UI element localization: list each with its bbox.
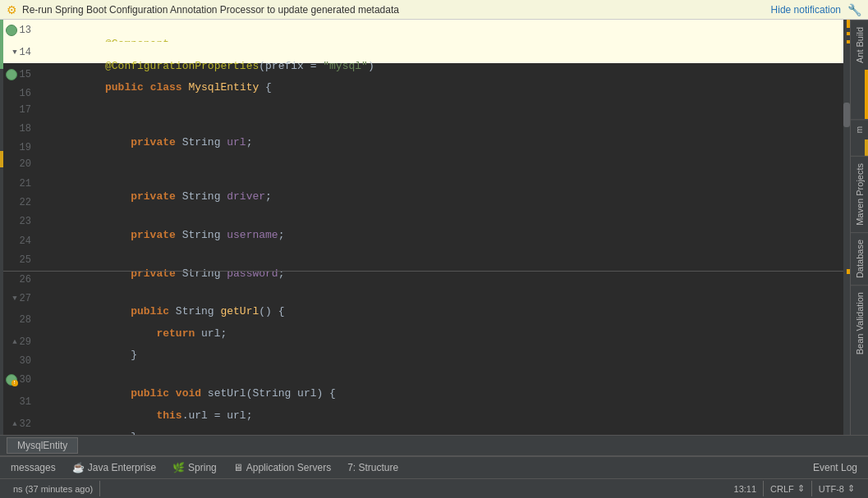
java-enterprise-label: Java Enterprise bbox=[88, 462, 156, 473]
tab-maven-projects[interactable]: Maven Projects bbox=[851, 156, 868, 232]
line-content-22[interactable] bbox=[38, 194, 843, 211]
tab-java-enterprise[interactable]: ☕ Java Enterprise bbox=[65, 459, 163, 477]
code-line-21: 21 private String driver; bbox=[3, 172, 843, 194]
java-enterprise-icon: ☕ bbox=[72, 462, 85, 473]
line-number-33: ▲ 32 bbox=[3, 413, 38, 435]
hide-notification-link[interactable]: Hide notification bbox=[771, 4, 841, 16]
code-line-30: 30 bbox=[3, 353, 843, 369]
messages-label: messages bbox=[11, 462, 56, 473]
code-line-18: 18 private String url; bbox=[3, 118, 843, 140]
notification-text: Re-run Spring Boot Configuration Annotat… bbox=[22, 4, 399, 16]
line-number-15: 15 bbox=[3, 63, 38, 85]
code-line-13: 13 @Component bbox=[3, 20, 843, 42]
line-number-17: 17 bbox=[3, 102, 38, 118]
code-line-23: 23 private String username; bbox=[3, 211, 843, 233]
line-content-28[interactable]: return url; bbox=[38, 309, 843, 331]
notification-bar: ⚙ Re-run Spring Boot Configuration Annot… bbox=[0, 0, 868, 20]
editor-scrollbar[interactable] bbox=[843, 20, 850, 435]
line-number-31: ! 30 bbox=[3, 369, 38, 391]
notification-icon: ⚙ bbox=[7, 3, 17, 16]
encoding-label: UTF-8 bbox=[819, 484, 844, 494]
ant-build-label: Ant Build bbox=[855, 27, 865, 63]
line-endings-arrows: ⇕ bbox=[797, 483, 805, 494]
yellow-strip-2 bbox=[865, 139, 868, 156]
line-content-14[interactable]: @ConfigurationProperties(prefix = "mysql… bbox=[38, 42, 843, 64]
status-position[interactable]: 13:11 bbox=[728, 481, 765, 496]
code-line-26: 26 bbox=[3, 271, 843, 287]
wrench-icon: 🔧 bbox=[847, 3, 861, 16]
line-number-21: 21 bbox=[3, 172, 38, 194]
line-content-21[interactable]: private String driver; bbox=[38, 172, 843, 194]
line-content-16[interactable] bbox=[38, 85, 843, 102]
line-content-17[interactable] bbox=[38, 102, 843, 118]
code-line-31: ! 30 public void setUrl(String url) { bbox=[3, 369, 843, 391]
tab-bean-validation[interactable]: Bean Validation bbox=[851, 285, 868, 361]
git-info-text: ns (37 minutes ago) bbox=[13, 484, 93, 494]
line-number-19: 19 bbox=[3, 139, 38, 156]
line-number-25: 25 bbox=[3, 249, 38, 272]
line-number-14: ▼ 14 bbox=[3, 42, 38, 64]
fold-end-icon-33[interactable]: ▲ bbox=[12, 416, 16, 432]
line-content-31[interactable]: public void setUrl(String url) { bbox=[38, 369, 843, 391]
scroll-thumb[interactable] bbox=[843, 103, 850, 127]
fold-icon-27[interactable]: ▼ bbox=[12, 290, 16, 307]
line-endings: CRLF bbox=[770, 484, 794, 494]
spring-label: Spring bbox=[188, 462, 217, 473]
spring-tab-icon: 🌿 bbox=[172, 462, 185, 473]
code-line-24: 24 bbox=[3, 233, 843, 249]
spring-icon-15 bbox=[6, 69, 17, 80]
status-encoding[interactable]: UTF-8 ⇕ bbox=[812, 481, 861, 496]
code-container: 13 @Component ▼ 14 @ConfigurationPropert… bbox=[3, 20, 843, 435]
code-line-33: ▲ 32 } bbox=[3, 413, 843, 435]
line-content-32[interactable]: this.url = url; bbox=[38, 391, 843, 413]
fold-icon-14[interactable]: ▼ bbox=[12, 44, 16, 61]
line-content-13[interactable]: @Component bbox=[38, 20, 843, 42]
code-line-27: ▼ 27 public String getUrl() { bbox=[3, 287, 843, 309]
line-content-24[interactable] bbox=[38, 233, 843, 249]
line-number-29: ▲ 29 bbox=[3, 331, 38, 353]
spring-warning-icon-31: ! bbox=[6, 374, 17, 386]
database-label: Database bbox=[855, 240, 865, 278]
line-content-27[interactable]: public String getUrl() { bbox=[38, 287, 843, 309]
status-bar: ns (37 minutes ago) 13:11 CRLF ⇕ UTF-8 ⇕ bbox=[0, 478, 868, 498]
application-servers-label: Application Servers bbox=[246, 462, 331, 473]
tab-maven[interactable]: m bbox=[851, 119, 868, 139]
code-line-20: 20 bbox=[3, 156, 843, 172]
line-content-30[interactable] bbox=[38, 353, 843, 369]
file-tab-label[interactable]: MysqlEntity bbox=[7, 437, 78, 454]
tab-ant-build[interactable]: Ant Build bbox=[851, 20, 868, 70]
tab-event-log[interactable]: Event Log bbox=[806, 459, 865, 477]
cursor-position: 13:11 bbox=[734, 484, 757, 494]
line-content-33[interactable]: } bbox=[38, 413, 843, 435]
line-number-20: 20 bbox=[3, 156, 38, 172]
fold-end-icon-29[interactable]: ▲ bbox=[12, 334, 16, 350]
file-tab-bar: MysqlEntity bbox=[0, 435, 868, 455]
tab-messages[interactable]: messages bbox=[3, 459, 63, 477]
line-number-30: 30 bbox=[3, 353, 38, 369]
line-number-32: 31 bbox=[3, 391, 38, 413]
status-crlf[interactable]: CRLF ⇕ bbox=[764, 481, 812, 496]
tab-application-servers[interactable]: 🖥 Application Servers bbox=[226, 459, 338, 477]
line-content-23[interactable]: private String username; bbox=[38, 211, 843, 233]
line-number-16: 16 bbox=[3, 85, 38, 102]
tab-structure[interactable]: 7: Structure bbox=[340, 459, 406, 477]
right-panel: Ant Build m Maven Projects Database Bean… bbox=[850, 20, 868, 435]
line-content-18[interactable]: private String url; bbox=[38, 118, 843, 140]
status-git: ns (37 minutes ago) bbox=[7, 481, 100, 496]
tab-spring[interactable]: 🌿 Spring bbox=[165, 459, 224, 477]
line-content-20[interactable] bbox=[38, 156, 843, 172]
code-line-14: ▼ 14 @ConfigurationProperties(prefix = "… bbox=[3, 42, 843, 64]
app-servers-icon: 🖥 bbox=[233, 462, 243, 473]
line-content-29[interactable]: } bbox=[38, 331, 843, 353]
line-content-26[interactable] bbox=[38, 272, 843, 287]
line-content-19[interactable] bbox=[38, 139, 843, 156]
spring-icon-13 bbox=[6, 25, 17, 36]
line-content-15[interactable]: public class MysqlEntity { bbox=[38, 63, 843, 85]
bottom-tabs-bar: messages ☕ Java Enterprise 🌿 Spring 🖥 Ap… bbox=[0, 455, 868, 478]
line-number-22: 22 bbox=[3, 194, 38, 211]
code-line-19: 19 bbox=[3, 139, 843, 156]
line-number-18: 18 bbox=[3, 118, 38, 140]
tab-database[interactable]: Database bbox=[851, 232, 868, 285]
bean-validation-label: Bean Validation bbox=[855, 292, 865, 354]
line-content-25[interactable]: private String password; bbox=[38, 249, 843, 272]
